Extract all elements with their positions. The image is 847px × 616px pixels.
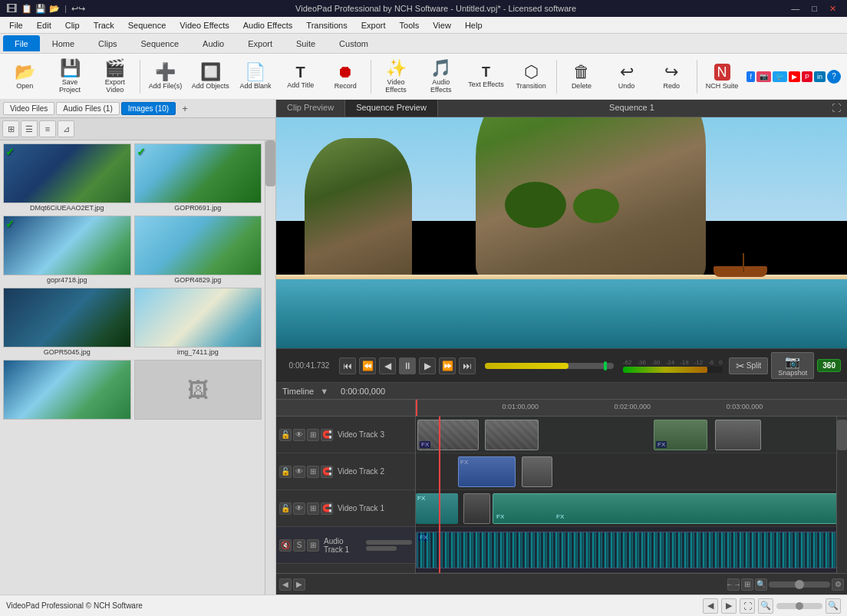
- close-btn[interactable]: ✕: [825, 4, 841, 14]
- menu-transitions[interactable]: Transitions: [300, 19, 353, 31]
- add-title-button[interactable]: T Add Title: [278, 56, 322, 97]
- tab-clips[interactable]: Clips: [87, 35, 128, 51]
- status-expand[interactable]: ⛶: [740, 598, 755, 614]
- list-item[interactable]: 🖼: [134, 360, 262, 421]
- menu-edit[interactable]: Edit: [31, 19, 58, 31]
- snapshot-button[interactable]: 📷 Snapshot: [771, 352, 814, 379]
- status-zoom-in[interactable]: 🔍: [826, 598, 841, 614]
- clip-block[interactable]: [485, 420, 539, 450]
- track-vis-btn[interactable]: 👁: [293, 502, 305, 515]
- menu-file[interactable]: File: [3, 19, 29, 31]
- menu-help[interactable]: Help: [459, 19, 489, 31]
- list-item[interactable]: GOPR4829.jpg: [134, 216, 262, 285]
- tab-images[interactable]: Images (10): [121, 102, 176, 115]
- track-lock-btn[interactable]: 🔓: [279, 466, 292, 478]
- track-group-btn[interactable]: ⊞: [307, 466, 319, 478]
- status-nav-next[interactable]: ▶: [721, 598, 737, 614]
- track-vis-btn[interactable]: 👁: [293, 429, 305, 441]
- timeline-vscrollbar[interactable]: [836, 417, 847, 573]
- sequence-preview-tab[interactable]: Sequence Preview: [345, 100, 438, 117]
- clip-block[interactable]: FX: [416, 493, 458, 524]
- clip-block[interactable]: FX FX: [493, 493, 836, 524]
- go-start-button[interactable]: ⏮: [339, 357, 356, 374]
- expand-preview-button[interactable]: ⛶: [826, 100, 847, 117]
- record-button[interactable]: ⏺ Record: [324, 56, 367, 97]
- track-snap-btn[interactable]: 🧲: [321, 466, 333, 478]
- clip-block[interactable]: FX: [417, 420, 479, 450]
- sort-button[interactable]: ⊿: [58, 120, 74, 137]
- btn-360[interactable]: 360: [817, 359, 841, 372]
- list-item[interactable]: ✓ DMqt6CiUEAAO2ET.jpg: [3, 143, 131, 212]
- help-icon[interactable]: ?: [827, 70, 841, 84]
- tab-home[interactable]: Home: [41, 35, 86, 51]
- track-lock-btn[interactable]: 🔓: [279, 429, 292, 441]
- clip-block[interactable]: FX: [458, 456, 516, 487]
- media-scrollbar[interactable]: [265, 140, 275, 595]
- status-zoom-slider[interactable]: [776, 603, 822, 609]
- timeline-nav-prev[interactable]: ◀: [279, 578, 292, 591]
- timeline-zoom-slider[interactable]: [769, 581, 830, 588]
- track-mute-btn[interactable]: 🔇: [279, 539, 292, 552]
- tab-audio[interactable]: Audio: [191, 35, 236, 51]
- timeline-settings-button[interactable]: ⚙: [832, 578, 844, 591]
- track-group-btn[interactable]: ⊞: [307, 539, 319, 552]
- delete-button[interactable]: 🗑 Delete: [560, 56, 604, 97]
- timeline-zoom-in[interactable]: 🔍: [755, 578, 767, 591]
- tab-custom[interactable]: Custom: [328, 35, 380, 51]
- audio-clip[interactable]: FX 🔊: [416, 532, 836, 568]
- track-snap-btn[interactable]: 🧲: [321, 502, 333, 515]
- menu-video-effects[interactable]: Video Effects: [173, 19, 235, 31]
- track-vis-btn[interactable]: 👁: [293, 466, 305, 478]
- forward-button[interactable]: ▶: [419, 357, 436, 374]
- menu-track[interactable]: Track: [87, 19, 120, 31]
- rewind-button[interactable]: ◀: [379, 357, 396, 374]
- status-zoom-out[interactable]: 🔍: [758, 598, 773, 614]
- add-objects-button[interactable]: 🔲 Add Objects: [189, 56, 232, 97]
- list-item[interactable]: GOPR5045.jpg: [3, 288, 131, 357]
- list-item[interactable]: img_7411.jpg: [134, 288, 262, 357]
- prev-frame-button[interactable]: ⏪: [359, 357, 376, 374]
- tab-export[interactable]: Export: [236, 35, 284, 51]
- track-group-btn[interactable]: ⊞: [307, 429, 319, 441]
- track-group-btn[interactable]: ⊞: [307, 502, 319, 515]
- timeline-nav-next[interactable]: ▶: [293, 578, 305, 591]
- timeline-fit[interactable]: ⊞: [741, 578, 753, 591]
- track-solo-btn[interactable]: S: [293, 539, 305, 552]
- save-project-button[interactable]: 💾 Save Project: [48, 56, 92, 97]
- list-view-button[interactable]: ☰: [21, 120, 38, 137]
- menu-sequence[interactable]: Sequence: [122, 19, 173, 31]
- status-nav-prev[interactable]: ◀: [703, 598, 718, 614]
- clip-block[interactable]: FX: [654, 420, 707, 450]
- add-files-button[interactable]: ➕ Add File(s): [143, 56, 187, 97]
- timeline-zoom-out[interactable]: ←→: [727, 578, 740, 591]
- split-button[interactable]: ✂ Split: [729, 357, 768, 374]
- open-button[interactable]: 📂 Open: [3, 56, 47, 97]
- clip-block[interactable]: [522, 456, 552, 487]
- play-pause-button[interactable]: ⏸: [399, 357, 416, 374]
- audio-effects-button[interactable]: 🎵 Audio Effects: [419, 56, 463, 97]
- menu-tools[interactable]: Tools: [394, 19, 426, 31]
- list-item[interactable]: ✓ gopr4718.jpg: [3, 216, 131, 285]
- tab-file[interactable]: File: [3, 35, 40, 51]
- menu-audio-effects[interactable]: Audio Effects: [237, 19, 299, 31]
- tab-audio-files[interactable]: Audio Files (1): [56, 102, 119, 115]
- go-end-button[interactable]: ⏭: [459, 357, 476, 374]
- maximize-btn[interactable]: □: [807, 4, 822, 14]
- menu-clip[interactable]: Clip: [59, 19, 86, 31]
- track-lock-btn[interactable]: 🔓: [279, 502, 292, 515]
- menu-export[interactable]: Export: [355, 19, 392, 31]
- next-frame-button[interactable]: ⏩: [439, 357, 456, 374]
- track-snap-btn[interactable]: 🧲: [321, 429, 333, 441]
- clip-block[interactable]: [463, 493, 490, 524]
- list-item[interactable]: [3, 360, 131, 421]
- progress-bar[interactable]: [485, 363, 614, 369]
- add-blank-button[interactable]: 📄 Add Blank: [234, 56, 278, 97]
- undo-button[interactable]: ↩ Undo: [605, 56, 648, 97]
- transition-button[interactable]: ⬡ Transition: [509, 56, 553, 97]
- tab-suite[interactable]: Suite: [285, 35, 327, 51]
- grid-view-button[interactable]: ⊞: [2, 120, 19, 137]
- video-effects-button[interactable]: ✨ Video Effects: [374, 56, 418, 97]
- timeline-dropdown-button[interactable]: ▼: [320, 387, 328, 396]
- tab-video-files[interactable]: Video Files: [3, 102, 54, 115]
- nch-suite-button[interactable]: N NCH Suite: [700, 56, 744, 97]
